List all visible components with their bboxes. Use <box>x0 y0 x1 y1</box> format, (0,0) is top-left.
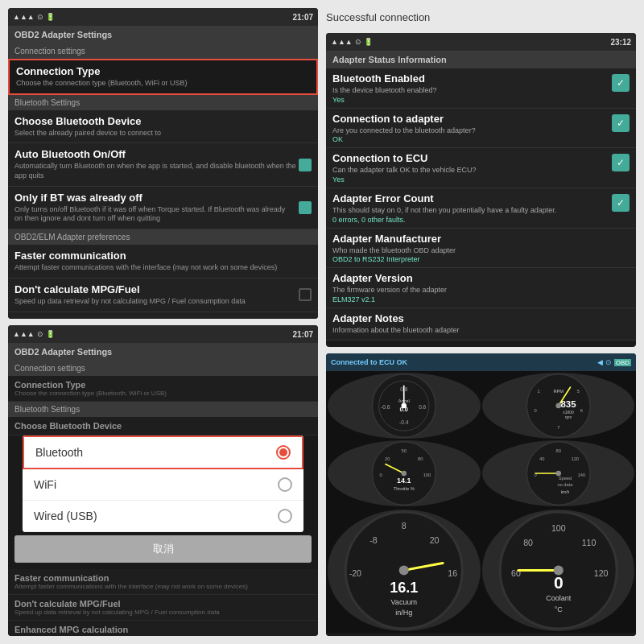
bottom-enhanced-mpg-item[interactable]: Enhanced MPG calculation <box>8 621 318 636</box>
bottom-section-bluetooth: Bluetooth Settings <box>8 402 318 417</box>
svg-text:80: 80 <box>418 456 423 461</box>
connection-adapter-title: Connection to adapter <box>332 113 607 125</box>
svg-text:6: 6 <box>580 408 582 413</box>
connection-ecu-item: Connection to ECU Can the adapter talk O… <box>326 148 636 188</box>
dont-calc-checkbox[interactable] <box>299 288 312 301</box>
accel-gauge-svg: 0.8 0.6 -0.6 -0.4 Accel 0.0 <box>328 373 481 439</box>
top-status-bar: ▲▲▲ ⊙ 🔋 21:07 <box>8 8 318 26</box>
svg-text:x1000: x1000 <box>563 411 574 415</box>
auto-bluetooth-item[interactable]: Auto Bluetooth On/Off Automatically turn… <box>8 143 318 186</box>
adapter-manufacturer-value: OBD2 to RS232 Interpreter <box>332 255 630 263</box>
dialog-wifi-option[interactable]: WiFi <box>23 469 303 501</box>
bottom-choose-bluetooth-item[interactable]: Choose Bluetooth Device <box>8 417 318 436</box>
signal-icon: ▲▲▲ <box>13 13 35 21</box>
svg-text:0.6: 0.6 <box>419 404 426 410</box>
svg-text:-0.4: -0.4 <box>399 419 409 425</box>
connection-ecu-title: Connection to ECU <box>332 152 607 164</box>
adapter-error-value: 0 errors, 0 other faults. <box>332 216 607 224</box>
svg-text:Speed: Speed <box>558 476 572 481</box>
connection-type-item[interactable]: Connection Type Choose the connection ty… <box>8 59 318 95</box>
svg-point-50 <box>399 565 409 575</box>
status-signal-icon: ▲▲▲ <box>331 38 353 46</box>
adapter-manufacturer-desc: Who made the bluetooth OBD adapter <box>332 246 630 256</box>
status-battery-icon: 🔋 <box>364 38 373 46</box>
bluetooth-enabled-title: Bluetooth Enabled <box>332 72 607 85</box>
section-obd2-prefs: OBD2/ELM Adapter preferences <box>8 229 318 245</box>
bottom-dont-calc-item[interactable]: Don't calculate MPG/Fuel Speed up data r… <box>8 595 318 621</box>
svg-text:80: 80 <box>555 448 560 453</box>
bottom-app-title: OBD2 Adapter Settings <box>8 343 318 361</box>
dialog-bluetooth-option[interactable]: Bluetooth <box>23 436 303 469</box>
status-info-phone: ▲▲▲ ⊙ 🔋 23:12 Adapter Status Information… <box>326 33 636 347</box>
svg-text:Throttle %: Throttle % <box>394 486 415 491</box>
bottom-battery-icon: 🔋 <box>46 330 55 338</box>
svg-text:in/Hg: in/Hg <box>395 609 412 617</box>
dont-calc-title: Don't calculate MPG/Fuel <box>14 283 292 295</box>
dialog-bluetooth-label: Bluetooth <box>35 446 83 459</box>
svg-text:Coolant: Coolant <box>546 594 572 602</box>
bottom-connection-type-item[interactable]: Connection Type Choose the connection ty… <box>8 376 318 402</box>
adapter-version-item: Adapter Version The firmware version of … <box>326 268 636 308</box>
cancel-button[interactable]: 取消 <box>14 535 312 563</box>
dont-calc-desc: Speed up data retrieval by not calculati… <box>14 297 292 307</box>
dialog-wired-option[interactable]: Wired (USB) <box>23 501 303 532</box>
choose-bluetooth-item[interactable]: Choose Bluetooth Device Select the alrea… <box>8 110 318 144</box>
enhanced-mpg-title: Enhanced MPG calculation <box>14 317 312 320</box>
svg-text:0.0: 0.0 <box>400 406 408 413</box>
time-display: 21:07 <box>292 13 313 22</box>
svg-text:835: 835 <box>560 399 576 409</box>
connection-ecu-value: Yes <box>332 175 607 184</box>
wired-radio[interactable] <box>278 509 292 523</box>
adapter-notes-desc: Information about the bluetooth adapter <box>332 326 630 336</box>
success-label: Successful connection <box>326 8 636 27</box>
status-screen-title: Adapter Status Information <box>326 51 636 68</box>
svg-text:100: 100 <box>551 523 565 533</box>
gauge-signal-icon: ◀ <box>597 358 603 366</box>
wifi-radio[interactable] <box>278 477 292 492</box>
bluetooth-radio[interactable] <box>276 445 291 460</box>
connection-type-desc: Choose the connection type (Bluetooth, W… <box>16 79 310 89</box>
svg-text:100: 100 <box>423 473 431 477</box>
auto-bluetooth-checkbox[interactable] <box>299 159 312 171</box>
battery-icon: 🔋 <box>46 13 55 21</box>
section-bluetooth-settings: Bluetooth Settings <box>8 95 318 110</box>
svg-text:16: 16 <box>448 568 457 578</box>
bottom-left-phone: ▲▲▲ ⊙ 🔋 21:07 OBD2 Adapter Settings Conn… <box>8 325 318 636</box>
svg-text:5: 5 <box>576 389 579 394</box>
svg-text:20: 20 <box>385 456 390 461</box>
status-icons-left: ▲▲▲ ⊙ 🔋 <box>13 13 55 21</box>
bluetooth-enabled-value: Yes <box>332 96 607 104</box>
enhanced-mpg-item[interactable]: Enhanced MPG calculation <box>8 312 318 320</box>
bottom-choose-bluetooth-title: Choose Bluetooth Device <box>14 421 312 431</box>
bottom-faster-comm-title: Faster communication <box>14 573 312 583</box>
main-container: ▲▲▲ ⊙ 🔋 21:07 OBD2 Adapter Settings Conn… <box>0 0 644 644</box>
coolant-gauge-svg: 60 80 100 110 120 0 Coolant °C <box>482 510 635 631</box>
svg-text:0: 0 <box>379 473 382 477</box>
throttle-gauge: 0 20 50 80 100 14.1 Throttle % <box>328 440 481 506</box>
svg-text:140: 140 <box>577 473 585 477</box>
svg-text:-0.6: -0.6 <box>381 404 390 410</box>
only-bt-checkbox[interactable] <box>299 201 312 214</box>
faster-comm-item[interactable]: Faster communication Attempt faster comm… <box>8 245 318 279</box>
bluetooth-enabled-item: Bluetooth Enabled Is the device bluetoot… <box>326 68 636 109</box>
only-bt-item[interactable]: Only if BT was already off Only turns on… <box>8 187 318 229</box>
top-left-phone: ▲▲▲ ⊙ 🔋 21:07 OBD2 Adapter Settings Conn… <box>8 8 318 319</box>
bluetooth-enabled-check: ✓ <box>612 74 630 92</box>
svg-text:7: 7 <box>557 425 559 430</box>
connection-adapter-item: Connection to adapter Are you connected … <box>326 109 636 149</box>
svg-text:no data: no data <box>557 482 573 487</box>
bottom-status-icons: ▲▲▲ ⊙ 🔋 <box>13 330 55 338</box>
dont-calc-item[interactable]: Don't calculate MPG/Fuel Speed up data r… <box>8 279 318 312</box>
bottom-top-status-bar: ▲▲▲ ⊙ 🔋 21:07 <box>8 325 318 343</box>
adapter-version-desc: The firmware version of the adapter <box>332 286 630 295</box>
speed-gauge-svg: 0 40 80 120 140 Speed no data km/h <box>482 440 635 506</box>
connected-label: Connected to ECU OK <box>331 358 407 366</box>
adapter-version-value: ELM327 v2.1 <box>332 295 630 303</box>
gauge-battery-icon: OBD <box>614 359 631 366</box>
gauge-status-icons: ◀ ⊙ OBD <box>597 358 631 366</box>
svg-text:8: 8 <box>402 521 407 530</box>
bottom-faster-comm-item[interactable]: Faster communication Attempt faster comm… <box>8 569 318 595</box>
svg-text:16.1: 16.1 <box>390 580 418 596</box>
svg-text:rpm: rpm <box>564 415 571 419</box>
connection-ecu-check: ✓ <box>612 154 630 171</box>
